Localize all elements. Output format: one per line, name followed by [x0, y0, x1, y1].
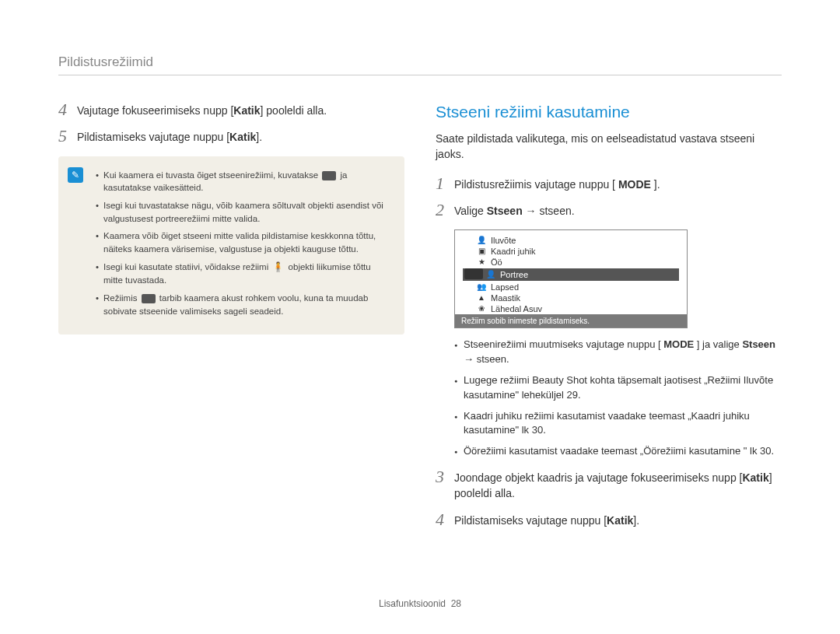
camera-menu-row: ★Öö [463, 257, 679, 268]
step-text: Vajutage fokuseerimiseks nupp [Katik] po… [77, 103, 404, 118]
scene-row-label: Portree [500, 270, 528, 279]
step-text: Pildistusrežiimis vajutage nuppu [ MODE … [454, 177, 782, 192]
text: ] ja valige [694, 338, 742, 350]
scene-row-icon: 👤 [486, 270, 495, 279]
sub-bullet: Stseenirežiimi muutmiseks vajutage nuppu… [454, 338, 782, 367]
step-number: 4 [58, 101, 77, 118]
smart-mode-icon [142, 294, 156, 303]
bold-key: Katik [229, 131, 256, 143]
text: Vajutage fokuseerimiseks nupp [ [77, 104, 233, 117]
step-number: 5 [58, 128, 77, 145]
camera-menu-row: 👥Lapsed [463, 282, 679, 292]
text: Isegi kui kasutate statiivi, võidakse re… [103, 262, 271, 271]
bold-key: Katik [233, 104, 260, 117]
note-item: Isegi kui tuvastatakse nägu, võib kaamer… [96, 199, 392, 225]
note-item: Režiimis tarbib kaamera akust rohkem voo… [96, 292, 392, 317]
note-item: Kui kaamera ei tuvasta õiget stseenireži… [96, 169, 392, 194]
step-number: 3 [436, 468, 454, 485]
text: ] pooleldi alla. [261, 104, 327, 117]
left-column: 4 Vajutage fokuseerimiseks nupp [Katik] … [58, 103, 404, 539]
step-text: Pildistamiseks vajutage nuppu [Katik]. [454, 513, 782, 528]
text: stseen. [477, 353, 509, 365]
arrow: → [523, 205, 540, 217]
camera-menu-row: 👤Iluvõte [463, 235, 679, 246]
scene-row-icon: ❀ [477, 304, 486, 313]
bold-key: Stseen [487, 205, 523, 217]
bold-key: Katik [607, 514, 633, 527]
step-1-right: 1 Pildistusrežiimis vajutage nuppu [ MOD… [436, 177, 782, 192]
page-footer: Lisafunktsioonid 28 [0, 598, 840, 609]
mode-icon [464, 268, 483, 279]
section-header: Pildistusrežiimid [58, 54, 782, 75]
text: Kui kaamera ei tuvasta õiget stseenireži… [103, 170, 320, 180]
scene-row-icon: ▲ [477, 293, 486, 303]
scene-row-label: Öö [491, 257, 502, 267]
scene-row-label: Lähedal Asuv [491, 304, 542, 313]
text: Joondage objekt kaadris ja vajutage foku… [454, 471, 742, 484]
sub-bullet: Kaadri juhiku režiimi kasutamist vaadake… [454, 409, 782, 439]
step-text: Pildistamiseks vajutage nuppu [Katik]. [77, 129, 404, 145]
scene-row-icon: ▣ [477, 247, 486, 256]
text: ]. [651, 178, 660, 191]
scene-row-label: Lapsed [491, 282, 519, 292]
sub-bullet: Öörežiimi kasutamist vaadake teemast „Öö… [454, 444, 782, 459]
bold-key: Stseen [742, 338, 775, 350]
bold-key: MODE [618, 178, 651, 191]
note-item: Isegi kui kasutate statiivi, võidakse re… [96, 261, 392, 287]
intro-text: Saate pildistada valikutega, mis on eels… [436, 131, 782, 163]
sub-bullet: Lugege režiimi Beauty Shot kohta täpsema… [454, 373, 782, 403]
step-number: 4 [436, 511, 454, 528]
bold-key: Katik [742, 471, 768, 484]
text: stseen. [539, 205, 574, 217]
tripod-person-icon: 🧍 [272, 261, 284, 274]
scene-row-icon: ★ [477, 257, 486, 267]
step-text: Valige Stseen → stseen. [454, 203, 782, 219]
step-4-right: 4 Pildistamiseks vajutage nuppu [Katik]. [436, 513, 782, 528]
text: Pildistamiseks vajutage nuppu [ [454, 514, 607, 527]
note-item: Kaamera võib õiget stseeni mitte valida … [96, 229, 392, 255]
step-text: Joondage objekt kaadris ja vajutage foku… [454, 470, 782, 502]
camera-menu-illustration: 👤Iluvõte▣Kaadri juhik★Öö👤Portree👥Lapsed▲… [454, 229, 688, 328]
scene-row-icon: 👤 [477, 236, 486, 245]
note-box: Kui kaamera ei tuvasta õiget stseenireži… [58, 156, 404, 335]
right-column: Stseeni režiimi kasutamine Saate pildist… [436, 103, 782, 539]
step-2-right: 2 Valige Stseen → stseen. [436, 203, 782, 219]
step-5-left: 5 Pildistamiseks vajutage nuppu [Katik]. [58, 129, 404, 145]
step-3-right: 3 Joondage objekt kaadris ja vajutage fo… [436, 470, 782, 502]
page-number: 28 [451, 598, 461, 609]
footer-label: Lisafunktsioonid [379, 598, 446, 609]
text: Pildistamiseks vajutage nuppu [ [77, 131, 229, 143]
camera-meta-text: Režiim sobib inimeste pildistamiseks. [455, 314, 687, 328]
text: Stseenirežiimi muutmiseks vajutage nuppu… [464, 338, 663, 350]
note-icon [68, 167, 83, 183]
camera-menu-row: ▣Kaadri juhik [463, 246, 679, 257]
text: ]. [256, 131, 262, 143]
scene-row-icon: 👥 [477, 282, 486, 292]
camera-menu-row: 👤Portree [463, 268, 679, 281]
scene-row-label: Maastik [491, 293, 520, 303]
smart-mode-icon [322, 171, 336, 180]
bold-key: MODE [663, 338, 694, 350]
text: Valige [454, 205, 487, 217]
text: Režiimis [103, 293, 140, 303]
text: Pildistusrežiimis vajutage nuppu [ [454, 178, 618, 191]
scene-row-label: Iluvõte [491, 236, 516, 245]
text: ]. [633, 514, 639, 527]
heading-scene-mode: Stseeni režiimi kasutamine [436, 103, 782, 121]
step-number: 2 [436, 201, 454, 219]
scene-row-label: Kaadri juhik [491, 247, 535, 256]
camera-menu-row: ❀Lähedal Asuv [463, 303, 679, 314]
camera-menu-row: ▲Maastik [463, 292, 679, 303]
arrow: → [464, 353, 477, 365]
step-number: 1 [436, 175, 454, 192]
step-4-left: 4 Vajutage fokuseerimiseks nupp [Katik] … [58, 103, 404, 118]
